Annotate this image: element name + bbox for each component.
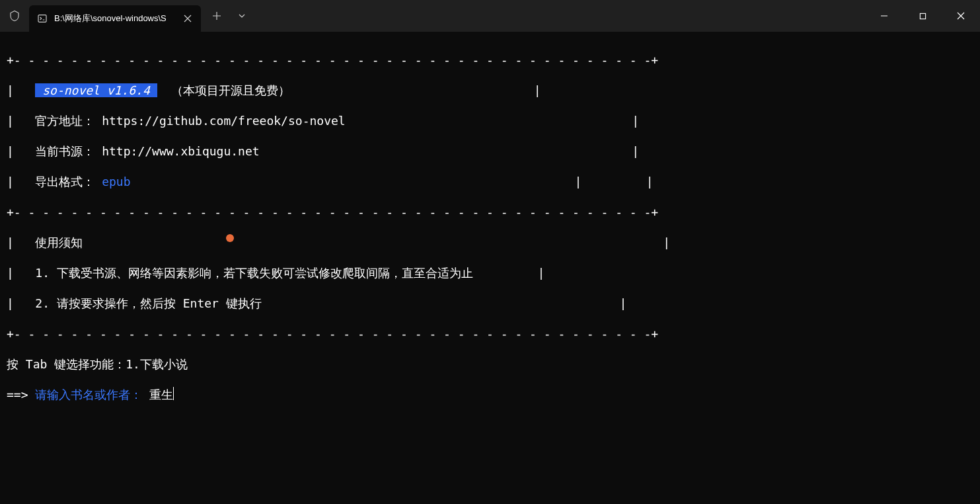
project-note: （本项目开源且免费） bbox=[171, 83, 290, 97]
input-label: 请输入书名或作者： bbox=[35, 388, 142, 401]
terminal-icon bbox=[37, 13, 48, 24]
official-label: 官方地址： bbox=[35, 114, 94, 128]
border-mid: +- - - - - - - - - - - - - - - - - - - -… bbox=[7, 204, 973, 220]
tab-dropdown-button[interactable] bbox=[230, 3, 254, 29]
titlebar: B:\网络库\sonovel-windows\S bbox=[0, 0, 980, 32]
close-window-button[interactable] bbox=[942, 0, 980, 32]
input-prompt-line: ==> 请输入书名或作者： 重生 bbox=[7, 387, 973, 402]
prompt-arrow: ==> bbox=[7, 388, 35, 401]
tab-select-line: 按 Tab 键选择功能：1.下载小说 bbox=[7, 357, 973, 372]
maximize-button[interactable] bbox=[903, 0, 942, 32]
new-tab-button[interactable] bbox=[204, 3, 230, 29]
input-value[interactable]: 重生 bbox=[142, 388, 173, 401]
usage-line-2: | 2. 请按要求操作，然后按 Enter 键执行 | bbox=[7, 296, 973, 311]
border-bottom: +- - - - - - - - - - - - - - - - - - - -… bbox=[7, 326, 973, 341]
banner-line-source: | 当前书源： http://www.xbiqugu.net | bbox=[7, 144, 973, 159]
border-top: +- - - - - - - - - - - - - - - - - - - -… bbox=[7, 52, 973, 67]
window-controls bbox=[865, 0, 980, 32]
source-url: http://www.xbiqugu.net bbox=[94, 144, 259, 158]
format-value: epub bbox=[94, 175, 130, 189]
usage-title-line: | 使用须知 | bbox=[7, 235, 973, 250]
minimize-button[interactable] bbox=[865, 0, 903, 32]
banner-line-official: | 官方地址： https://github.com/freeok/so-nov… bbox=[7, 113, 973, 128]
banner-line-version: | so-novel v1.6.4 （本项目开源且免费） | bbox=[7, 83, 973, 98]
terminal-tab[interactable]: B:\网络库\sonovel-windows\S bbox=[29, 5, 201, 32]
svg-rect-0 bbox=[38, 15, 46, 22]
app-version: so-novel v1.6.4 bbox=[42, 83, 150, 97]
tab-title: B:\网络库\sonovel-windows\S bbox=[54, 13, 180, 24]
usage-title: 使用须知 bbox=[35, 235, 83, 249]
svg-rect-1 bbox=[920, 13, 925, 19]
tab-close-button[interactable] bbox=[180, 11, 196, 26]
terminal-output[interactable]: +- - - - - - - - - - - - - - - - - - - -… bbox=[0, 32, 980, 423]
app-shield-icon bbox=[0, 10, 29, 22]
source-label: 当前书源： bbox=[35, 144, 94, 158]
text-cursor bbox=[173, 387, 174, 400]
cursor-pointer-indicator bbox=[226, 234, 234, 242]
banner-line-format: | 导出格式： epub | | bbox=[7, 174, 973, 189]
usage-line-1: | 1. 下载受书源、网络等因素影响，若下载失败可尝试修改爬取间隔，直至合适为止… bbox=[7, 265, 973, 280]
format-label: 导出格式： bbox=[35, 175, 94, 189]
official-url: https://github.com/freeok/so-novel bbox=[94, 114, 345, 128]
